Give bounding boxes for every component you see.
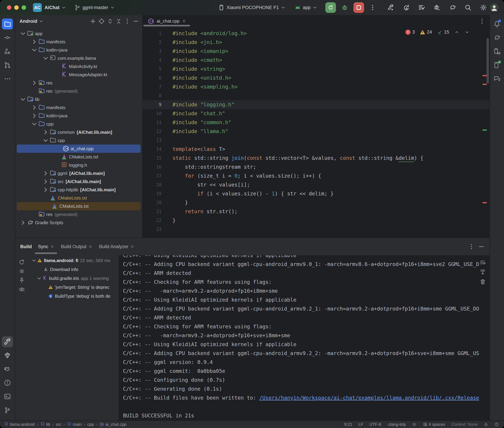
tree-row[interactable]: ggml[AiChat.lib.main] <box>15 169 142 177</box>
tree-row[interactable]: lib <box>15 95 142 103</box>
editor[interactable]: C ai_chat.cpp ✕ ! 3 24 <box>143 15 490 238</box>
project-selector[interactable]: AiChat <box>45 5 66 10</box>
code-area[interactable]: 1#include <android/log.h>2#include <jni.… <box>143 28 490 238</box>
tree-row[interactable]: res <box>15 79 142 87</box>
tree-row[interactable]: src[AiChat.lib.main] <box>15 177 142 186</box>
tree-row[interactable]: CMakeLists.txt <box>15 153 142 161</box>
gradle-sync-button[interactable] <box>449 4 456 11</box>
chevron-down-icon[interactable] <box>36 275 42 281</box>
pin-tab-button[interactable] <box>18 277 25 284</box>
rerun-button[interactable] <box>325 2 336 13</box>
more-tools-button[interactable] <box>1 72 14 86</box>
tree-row[interactable]: cpp-httplib[AiChat.lib.main] <box>15 186 142 194</box>
project-tool-button[interactable] <box>1 17 14 31</box>
file-lock[interactable] <box>484 422 488 427</box>
build-tree-row[interactable]: build.gradle.ktsapp 1 warning <box>28 274 119 283</box>
error-count[interactable]: ! 3 <box>405 29 415 35</box>
breadcrumb-item[interactable]: cpp <box>87 422 94 427</box>
inspections-widget[interactable]: ! 3 24 15 <box>405 29 470 35</box>
tree-row[interactable]: CMakeLists.txt <box>15 194 142 202</box>
breadcrumb-item[interactable]: lib <box>40 422 50 427</box>
apply-changes-button[interactable]: A <box>402 4 410 11</box>
inspection-widget[interactable] <box>494 422 499 427</box>
tree-row[interactable]: kotlin+java <box>15 46 142 54</box>
breadcrumb-item[interactable]: main <box>67 422 82 427</box>
re-sync-button[interactable] <box>18 259 25 266</box>
tree-row[interactable]: cpp <box>15 136 142 145</box>
error-stripe-mark[interactable] <box>482 84 487 85</box>
build-tree-row[interactable]: BuildType 'debug' is both de <box>28 292 119 301</box>
tab-sync[interactable]: Sync ✕ <box>35 238 58 255</box>
tree-row[interactable]: com.example.llama <box>15 54 142 62</box>
analysis-context[interactable]: Context: None <box>451 422 478 427</box>
close-icon[interactable]: ✕ <box>88 244 92 249</box>
notifications-button[interactable] <box>490 17 504 31</box>
build-output-link[interactable]: /Users/hanyin/Workspace/ai-chat/examples… <box>259 395 479 401</box>
gemini-tool-button[interactable] <box>490 72 504 86</box>
problems-tool-button[interactable] <box>1 376 14 390</box>
more-run-options-button[interactable] <box>369 4 376 11</box>
close-window-button[interactable] <box>7 5 11 10</box>
expand-all-button[interactable] <box>107 18 113 25</box>
chevron-right-icon[interactable] <box>31 104 38 111</box>
file-encoding[interactable]: UTF-8 <box>369 422 381 427</box>
close-tab-icon[interactable]: ✕ <box>182 18 186 24</box>
locate-file-button[interactable] <box>98 18 105 25</box>
tree-row[interactable]: res(generated) <box>15 210 142 219</box>
branch-selector[interactable]: ggml-master <box>74 4 115 11</box>
options-menu-button[interactable] <box>124 18 131 25</box>
tree-row[interactable]: Cai_chat.cpp <box>17 145 141 153</box>
indent-style[interactable]: 4 spaces <box>423 422 445 427</box>
tree-row[interactable]: CMakeLists.txt <box>17 202 141 210</box>
structure-tool-button[interactable] <box>1 45 14 58</box>
tree-row[interactable]: app <box>15 29 142 38</box>
chevron-right-icon[interactable] <box>42 170 49 177</box>
attach-debugger-button[interactable] <box>433 4 441 11</box>
app-quality-insights-button[interactable] <box>1 348 14 362</box>
settings-button[interactable] <box>480 4 487 11</box>
chevron-down-icon[interactable] <box>42 54 49 62</box>
chevron-right-icon[interactable] <box>42 128 49 136</box>
breadcrumb-item[interactable]: llama.android <box>4 422 35 427</box>
tree-row[interactable]: res(generated) <box>15 87 142 95</box>
pull-requests-tool-button[interactable] <box>1 58 14 72</box>
debug-button[interactable] <box>339 2 350 13</box>
build-tree-row[interactable]: Download info <box>28 265 119 274</box>
build-button[interactable] <box>387 4 395 11</box>
build-tool-button[interactable] <box>1 335 14 348</box>
editor-scrollbar[interactable] <box>487 38 489 83</box>
chevron-down-icon[interactable] <box>19 30 27 37</box>
clear-all-button[interactable] <box>479 278 486 285</box>
passed-count[interactable]: 15 <box>437 29 449 35</box>
caret-position[interactable]: 9:21 <box>344 422 352 427</box>
minimize-window-button[interactable] <box>14 5 19 10</box>
stop-sync-button[interactable] <box>18 268 25 275</box>
tree-row[interactable]: manifests <box>15 103 142 112</box>
run-config-selector[interactable]: app <box>294 4 317 11</box>
tree-row[interactable]: common[AiChat.lib.main] <box>15 128 142 136</box>
soft-wrap-button[interactable] <box>479 259 486 266</box>
stop-button[interactable] <box>353 2 364 13</box>
format-indicator[interactable] <box>412 422 417 427</box>
collapse-all-button[interactable] <box>115 18 122 25</box>
error-stripe-mark[interactable] <box>482 75 487 76</box>
device-manager-button[interactable] <box>490 45 504 58</box>
editor-options-button[interactable] <box>479 18 486 25</box>
gradle-tool-button[interactable] <box>490 31 504 45</box>
close-icon[interactable]: ✕ <box>51 244 54 249</box>
device-selector[interactable]: Xiaomi POCOPHONE F1 <box>218 4 286 11</box>
hide-panel-button[interactable] <box>132 18 139 25</box>
tree-row[interactable]: logging.h <box>15 161 142 169</box>
running-devices-button[interactable] <box>490 58 504 72</box>
next-problem-button[interactable] <box>465 30 470 35</box>
chevron-down-icon[interactable] <box>19 96 27 103</box>
view-options-button[interactable] <box>18 286 25 293</box>
tab-build-output[interactable]: Build Output ✕ <box>58 238 95 255</box>
chevron-right-icon[interactable] <box>19 219 27 226</box>
warning-count[interactable]: 24 <box>420 29 432 35</box>
line-separator[interactable]: LF <box>359 422 363 427</box>
editor-tab[interactable]: C ai_chat.cpp ✕ <box>143 15 191 27</box>
tree-row[interactable]: kotlin+java <box>15 112 142 120</box>
error-stripe-mark[interactable] <box>482 202 487 203</box>
chevron-down-icon[interactable] <box>31 46 38 54</box>
